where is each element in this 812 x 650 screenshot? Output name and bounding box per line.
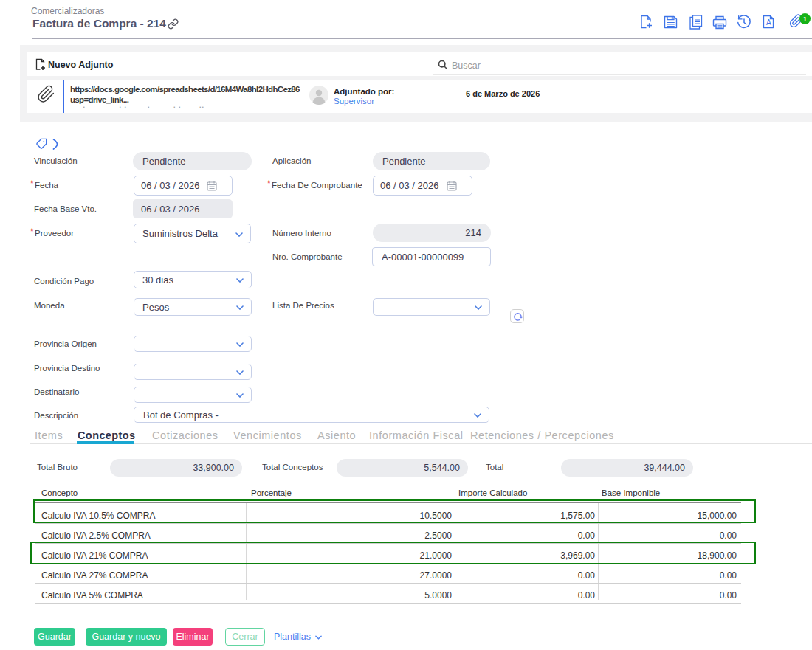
svg-text:A: A (766, 18, 771, 27)
